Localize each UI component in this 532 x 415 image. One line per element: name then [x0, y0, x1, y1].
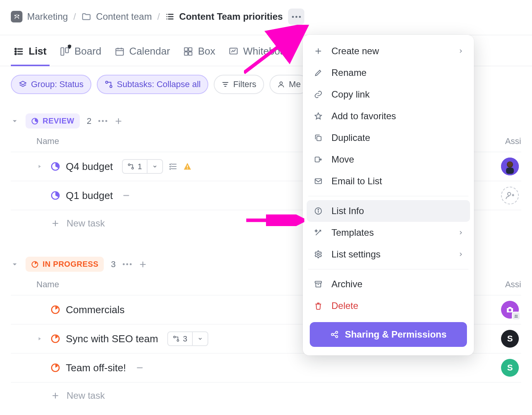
- mail-icon: [313, 177, 324, 185]
- group-more-button[interactable]: [123, 263, 132, 265]
- checklist-icon[interactable]: [168, 162, 178, 171]
- chevron-down-icon[interactable]: [147, 160, 162, 173]
- svg-point-57: [509, 309, 511, 312]
- avatar[interactable]: S: [501, 330, 519, 348]
- breadcrumb-folder[interactable]: Content team: [81, 11, 152, 22]
- svg-point-62: [177, 340, 179, 341]
- breadcrumb-folder-label: Content team: [96, 11, 152, 22]
- col-assignee-header: Assi: [505, 280, 521, 290]
- svg-rect-22: [184, 52, 188, 55]
- subtask-count: 3: [183, 334, 187, 343]
- add-task-label: New task: [67, 390, 105, 401]
- svg-point-26: [110, 86, 112, 88]
- add-task-label: New task: [67, 218, 105, 229]
- avatar-photo: [501, 158, 519, 175]
- avatar[interactable]: [501, 158, 519, 175]
- tab-list[interactable]: List: [14, 45, 46, 66]
- svg-rect-44: [506, 168, 514, 174]
- task-row[interactable]: Team off-site! S: [11, 353, 521, 382]
- warning-icon: [183, 162, 192, 171]
- task-name: Commercials: [66, 304, 125, 316]
- menu-sharing-button[interactable]: Sharing & Permissions: [310, 322, 467, 347]
- tab-board[interactable]: Board: [60, 45, 101, 66]
- workspace-icon: [11, 11, 22, 22]
- menu-duplicate[interactable]: Duplicate: [303, 127, 474, 149]
- breadcrumb-workspace[interactable]: Marketing: [11, 11, 68, 22]
- tab-calendar[interactable]: Calendar: [115, 45, 170, 66]
- no-priority-icon[interactable]: [122, 191, 130, 200]
- info-icon: [313, 207, 324, 215]
- add-task-button[interactable]: New task: [11, 382, 521, 409]
- menu-archive[interactable]: Archive: [303, 273, 474, 295]
- chevron-right-icon: [458, 48, 464, 54]
- menu-duplicate-label: Duplicate: [331, 132, 370, 143]
- menu-delete[interactable]: Delete: [303, 295, 474, 317]
- subtasks-pill-label: Subtasks: Collapse all: [117, 79, 201, 89]
- tab-list-label: List: [29, 45, 46, 57]
- menu-rename[interactable]: Rename: [303, 62, 474, 84]
- menu-rename-label: Rename: [331, 67, 367, 78]
- svg-rect-40: [187, 165, 188, 168]
- svg-point-36: [132, 167, 134, 169]
- menu-favorites[interactable]: Add to favorites: [303, 105, 474, 127]
- add-assignee-button[interactable]: [501, 187, 519, 204]
- tab-box[interactable]: Box: [183, 45, 215, 66]
- menu-templates[interactable]: Templates: [303, 222, 474, 244]
- status-badge-label: IN PROGRESS: [43, 260, 98, 269]
- menu-settings[interactable]: List settings: [303, 244, 474, 265]
- plus-icon: [51, 391, 60, 400]
- svg-line-81: [333, 333, 335, 334]
- status-badge[interactable]: IN PROGRESS: [26, 257, 104, 272]
- subtask-chip[interactable]: 3: [167, 331, 208, 346]
- menu-move[interactable]: Move: [303, 149, 474, 170]
- no-priority-icon[interactable]: [136, 364, 144, 372]
- status-badge-label: REVIEW: [43, 117, 74, 125]
- list-icon: [165, 12, 175, 21]
- breadcrumb: Marketing / Content team / Content Team …: [0, 0, 532, 35]
- group-more-button[interactable]: [98, 120, 107, 122]
- menu-email[interactable]: Email to List: [303, 170, 474, 192]
- group-pill[interactable]: Group: Status: [11, 75, 91, 94]
- shield-icon: [67, 44, 72, 49]
- me-pill-label: Me: [289, 79, 301, 89]
- archive-icon: [313, 280, 324, 288]
- status-badge[interactable]: REVIEW: [26, 113, 80, 129]
- avatar[interactable]: S: [501, 359, 519, 377]
- subtask-chip[interactable]: 1: [122, 159, 163, 174]
- svg-rect-21: [189, 48, 192, 51]
- task-name: Team off-site!: [66, 362, 126, 374]
- filters-pill[interactable]: Filters: [214, 75, 264, 94]
- breadcrumb-separator: /: [73, 11, 76, 22]
- menu-create-new[interactable]: Create new: [303, 40, 474, 62]
- menu-copy-link[interactable]: Copy link: [303, 84, 474, 105]
- svg-rect-23: [189, 52, 192, 55]
- subtasks-pill[interactable]: Subtasks: Collapse all: [97, 75, 208, 94]
- breadcrumb-separator: /: [157, 11, 160, 22]
- group-add-button[interactable]: [139, 260, 147, 269]
- svg-rect-69: [317, 136, 321, 141]
- svg-point-59: [517, 315, 518, 316]
- caret-right-icon[interactable]: [34, 164, 45, 169]
- status-inprogress-icon: [50, 363, 60, 373]
- svg-point-45: [508, 162, 512, 166]
- chevron-down-icon[interactable]: [192, 332, 208, 345]
- group-add-button[interactable]: [114, 117, 123, 125]
- chevron-down-icon[interactable]: [11, 117, 19, 125]
- menu-delete-label: Delete: [331, 300, 358, 311]
- caret-right-icon[interactable]: [34, 336, 45, 341]
- move-icon: [313, 155, 324, 164]
- svg-rect-16: [116, 48, 124, 55]
- group-count: 2: [87, 116, 91, 126]
- box-view-icon: [183, 46, 193, 57]
- menu-templates-label: Templates: [331, 227, 374, 238]
- breadcrumb-list[interactable]: Content Team priorities: [165, 11, 283, 22]
- svg-point-74: [318, 209, 319, 210]
- menu-archive-label: Archive: [331, 279, 362, 290]
- avatar[interactable]: [501, 301, 519, 319]
- svg-rect-76: [315, 281, 322, 283]
- chevron-down-icon[interactable]: [11, 261, 19, 268]
- svg-point-0: [15, 15, 15, 15]
- menu-list-info[interactable]: List Info: [307, 200, 470, 222]
- list-more-button[interactable]: [288, 9, 304, 25]
- tab-whiteboard[interactable]: Whiteboard: [228, 45, 295, 66]
